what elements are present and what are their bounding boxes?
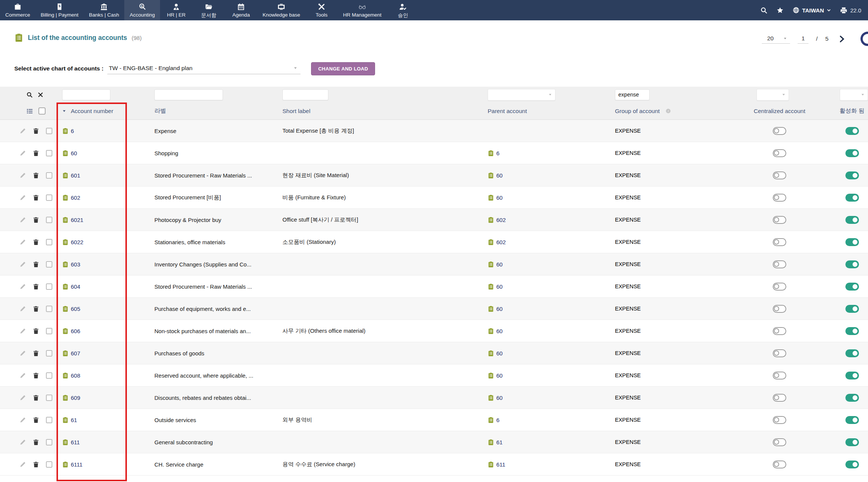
row-checkbox[interactable] — [46, 306, 52, 312]
centralized-toggle[interactable] — [773, 171, 786, 179]
centralized-toggle[interactable] — [773, 194, 786, 202]
bookmark-star-icon[interactable] — [776, 6, 784, 14]
column-header-account-number[interactable]: Account number — [56, 108, 149, 115]
current-page-field[interactable]: 1 — [798, 34, 809, 44]
column-header-label[interactable]: 라벨 — [149, 107, 281, 115]
account-number-link[interactable]: 608 — [71, 372, 80, 379]
filter-label-input[interactable] — [154, 89, 223, 100]
edit-pencil-icon[interactable] — [20, 350, 26, 357]
filter-active-select[interactable] — [840, 89, 868, 101]
active-toggle[interactable] — [845, 283, 859, 291]
edit-pencil-icon[interactable] — [20, 150, 26, 156]
active-toggle[interactable] — [845, 394, 859, 402]
parent-account-link[interactable]: 60 — [496, 306, 503, 312]
select-all-checkbox[interactable] — [38, 107, 46, 115]
row-checkbox[interactable] — [46, 328, 52, 334]
filter-centralized-select[interactable] — [757, 89, 789, 101]
account-number-link[interactable]: 602 — [71, 194, 80, 201]
row-checkbox[interactable] — [46, 395, 52, 401]
row-checkbox[interactable] — [46, 461, 52, 468]
parent-account-link[interactable]: 611 — [496, 461, 505, 468]
topnav-item[interactable]: Knowledge base — [257, 0, 305, 20]
row-checkbox[interactable] — [46, 350, 52, 357]
topnav-item[interactable]: $ Accounting — [124, 0, 160, 20]
delete-trash-icon[interactable] — [33, 372, 39, 379]
delete-trash-icon[interactable] — [33, 172, 39, 179]
parent-account-link[interactable]: 602 — [496, 217, 506, 223]
edit-pencil-icon[interactable] — [20, 217, 26, 223]
parent-account-link[interactable]: 60 — [496, 261, 503, 268]
centralized-toggle[interactable] — [773, 127, 786, 135]
column-header-parent-account[interactable]: Parent account — [484, 108, 612, 115]
column-header-group-of-account[interactable]: Group of account i — [612, 108, 747, 115]
centralized-toggle[interactable] — [773, 416, 786, 424]
parent-account-link[interactable]: 61 — [496, 439, 503, 445]
edit-pencil-icon[interactable] — [20, 395, 26, 401]
row-checkbox[interactable] — [46, 150, 52, 156]
account-number-link[interactable]: 605 — [71, 306, 80, 312]
row-checkbox[interactable] — [46, 417, 52, 423]
active-toggle[interactable] — [845, 461, 859, 468]
row-checkbox[interactable] — [46, 283, 52, 290]
edit-pencil-icon[interactable] — [20, 372, 26, 379]
centralized-toggle[interactable] — [773, 349, 786, 357]
centralized-toggle[interactable] — [773, 461, 786, 468]
delete-trash-icon[interactable] — [33, 350, 39, 357]
account-number-link[interactable]: 604 — [71, 283, 80, 290]
column-header-short-label[interactable]: Short label — [281, 108, 484, 115]
centralized-toggle[interactable] — [773, 305, 786, 313]
centralized-toggle[interactable] — [773, 149, 786, 157]
parent-account-link[interactable]: 60 — [496, 172, 503, 179]
row-checkbox[interactable] — [46, 128, 52, 134]
account-number-link[interactable]: 606 — [71, 328, 80, 334]
parent-account-link[interactable]: 60 — [496, 283, 503, 290]
account-number-link[interactable]: 6 — [71, 128, 74, 134]
account-number-link[interactable]: 611 — [71, 439, 80, 445]
topnav-item[interactable]: 승인 — [387, 0, 419, 20]
delete-trash-icon[interactable] — [33, 283, 39, 290]
account-number-link[interactable]: 6111 — [71, 461, 82, 468]
delete-trash-icon[interactable] — [33, 328, 39, 334]
edit-pencil-icon[interactable] — [20, 461, 26, 468]
topnav-item[interactable]: Agenda — [225, 0, 257, 20]
edit-pencil-icon[interactable] — [20, 239, 26, 245]
delete-trash-icon[interactable] — [33, 395, 39, 401]
delete-trash-icon[interactable] — [33, 194, 39, 201]
language-selector[interactable]: TAIWAN — [793, 6, 831, 14]
parent-account-link[interactable]: 60 — [496, 372, 503, 379]
search-icon[interactable] — [760, 6, 767, 14]
column-header-active[interactable]: 활성화 됨 — [812, 107, 868, 115]
parent-account-link[interactable]: 602 — [496, 239, 506, 245]
active-toggle[interactable] — [845, 216, 859, 224]
delete-trash-icon[interactable] — [33, 417, 39, 423]
active-toggle[interactable] — [845, 194, 859, 202]
topnav-item[interactable]: HR | ER — [160, 0, 192, 20]
corner-round-button[interactable] — [860, 32, 868, 46]
edit-pencil-icon[interactable] — [20, 194, 26, 201]
filter-account-number-input[interactable] — [62, 89, 110, 100]
active-toggle[interactable] — [845, 171, 859, 179]
row-checkbox[interactable] — [46, 261, 52, 268]
delete-trash-icon[interactable] — [33, 306, 39, 312]
parent-account-link[interactable]: 6 — [496, 417, 499, 423]
centralized-toggle[interactable] — [773, 216, 786, 224]
parent-account-link[interactable]: 60 — [496, 350, 503, 357]
centralized-toggle[interactable] — [773, 438, 786, 446]
apply-filter-search-icon[interactable] — [26, 92, 33, 98]
active-toggle[interactable] — [845, 416, 859, 424]
centralized-toggle[interactable] — [773, 283, 786, 291]
row-checkbox[interactable] — [46, 172, 52, 179]
delete-trash-icon[interactable] — [33, 239, 39, 245]
topnav-item[interactable]: Commerce — [0, 0, 35, 20]
printer-icon[interactable] — [840, 6, 847, 14]
row-checkbox[interactable] — [46, 239, 52, 245]
edit-pencil-icon[interactable] — [20, 172, 26, 179]
account-number-link[interactable]: 6021 — [71, 217, 83, 223]
topnav-item[interactable]: $ Billing | Payment — [35, 0, 84, 20]
active-toggle[interactable] — [845, 349, 859, 357]
centralized-toggle[interactable] — [773, 372, 786, 379]
centralized-toggle[interactable] — [773, 238, 786, 246]
column-header-centralized-account[interactable]: Centralized account — [747, 108, 812, 115]
account-number-link[interactable]: 609 — [71, 395, 80, 401]
edit-pencil-icon[interactable] — [20, 417, 26, 423]
